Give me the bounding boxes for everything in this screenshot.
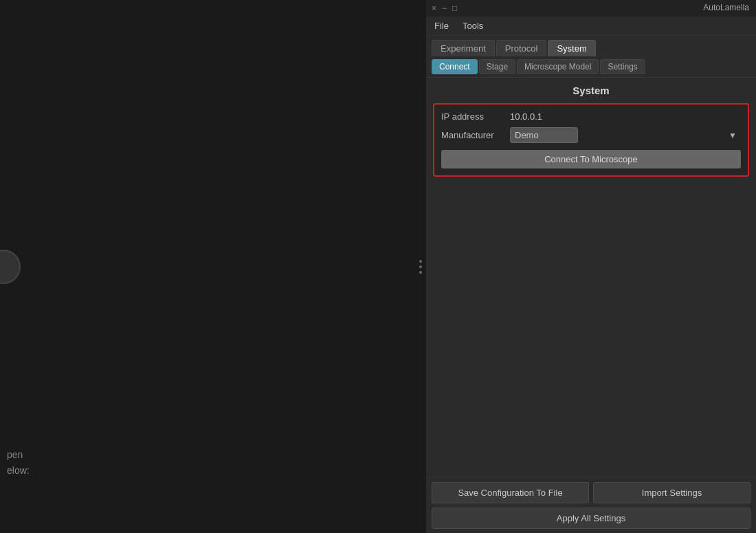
dropdown-arrow-icon: ▼	[729, 131, 737, 140]
ip-value: 10.0.0.1	[510, 111, 741, 122]
manufacturer-select[interactable]: Demo Thermo Fisher Zeiss FEI	[510, 127, 578, 143]
close-icon[interactable]: ×	[432, 3, 436, 13]
subtab-settings[interactable]: Settings	[600, 59, 645, 74]
apply-all-settings-button[interactable]: Apply All Settings	[432, 508, 751, 529]
bottom-buttons: Save Configuration To File Import Settin…	[426, 477, 756, 533]
circle-shape	[0, 250, 21, 284]
content-area: System IP address 10.0.0.1 Manufacturer …	[426, 78, 756, 477]
app-title: AutoLamella	[703, 3, 749, 12]
vertical-dots	[419, 260, 422, 274]
manufacturer-label: Manufacturer	[441, 130, 510, 140]
tab-experiment[interactable]: Experiment	[432, 40, 495, 56]
dot-2	[419, 265, 422, 268]
tab-system[interactable]: System	[548, 40, 595, 56]
right-panel: × − □ AutoLamella File Tools Experiment …	[426, 0, 756, 533]
left-line1: pen	[7, 447, 30, 462]
menu-tools[interactable]: Tools	[460, 19, 486, 32]
tab-protocol[interactable]: Protocol	[496, 40, 547, 56]
dot-1	[419, 260, 422, 263]
bottom-row-1: Save Configuration To File Import Settin…	[432, 482, 751, 503]
subtab-connect[interactable]: Connect	[432, 59, 478, 74]
sub-tab-group: Connect Stage Microscope Model Settings	[426, 56, 756, 78]
menu-bar: File Tools	[426, 17, 756, 36]
subtab-stage[interactable]: Stage	[479, 59, 515, 74]
connect-box: IP address 10.0.0.1 Manufacturer Demo Th…	[433, 103, 749, 177]
minimize-icon[interactable]: −	[442, 3, 447, 13]
import-settings-button[interactable]: Import Settings	[593, 482, 751, 503]
connect-to-microscope-button[interactable]: Connect To Microscope	[441, 150, 741, 168]
title-bar-controls: × − □	[432, 3, 457, 13]
left-line2: elow:	[7, 463, 30, 478]
left-panel: pen elow:	[0, 0, 423, 533]
manufacturer-row: Manufacturer Demo Thermo Fisher Zeiss FE…	[441, 127, 741, 143]
save-config-button[interactable]: Save Configuration To File	[432, 482, 589, 503]
section-title: System	[433, 85, 749, 96]
left-text: pen elow:	[7, 447, 30, 478]
title-bar: × − □ AutoLamella	[426, 0, 756, 17]
ip-label: IP address	[441, 111, 510, 122]
ip-row: IP address 10.0.0.1	[441, 111, 741, 122]
subtab-microscope-model[interactable]: Microscope Model	[517, 59, 599, 74]
maximize-icon[interactable]: □	[452, 3, 457, 13]
main-tab-group: Experiment Protocol System	[426, 36, 756, 56]
dot-3	[419, 271, 422, 274]
menu-file[interactable]: File	[432, 19, 452, 32]
manufacturer-dropdown-wrapper: Demo Thermo Fisher Zeiss FEI ▼	[510, 127, 741, 143]
